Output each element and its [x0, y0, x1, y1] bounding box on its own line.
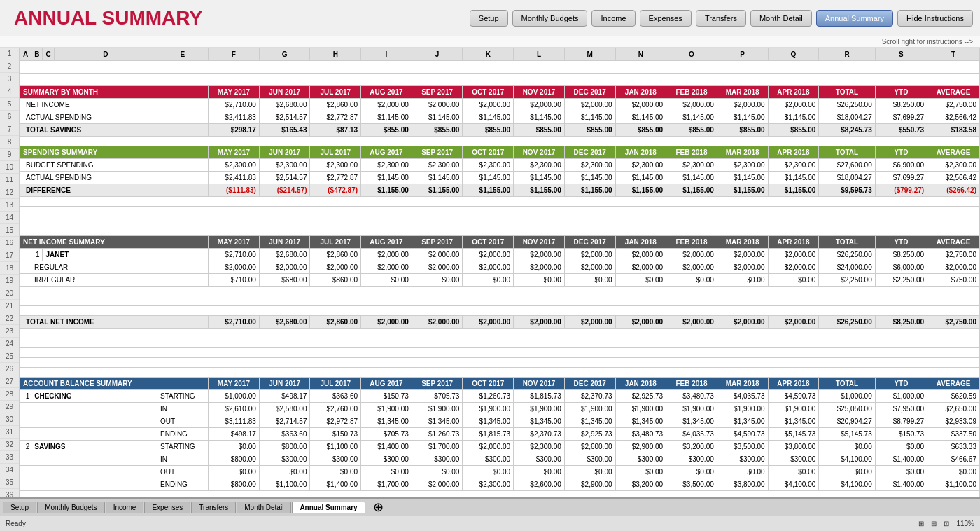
savings-in-row: IN $800.00 $300.00 $300.00 $300.00 $300.… — [20, 453, 980, 466]
savings-out-row: OUT $0.00 $0.00 $0.00 $0.00 $0.00 $0.00 … — [20, 466, 980, 478]
total-savings-row: TOTAL SAVINGS $298.17 $165.43 $87.13 $85… — [20, 124, 980, 137]
page-title: ANNUAL SUMMARY — [7, 7, 202, 29]
blank-row-26 — [20, 338, 980, 348]
net-income-row: NET INCOME $2,710.00 $2,680.00 $2,860.00… — [20, 99, 980, 111]
tab-monthly-budgets[interactable]: Monthly Budgets — [37, 502, 105, 513]
blank-row-15 — [20, 216, 980, 226]
blank-row-23 — [20, 306, 980, 316]
main-grid: A B C D E F G H I J K L M N O P Q — [20, 48, 980, 497]
row-numbers: 1 2 3 4 5 6 7 8 9 10 11 12 13 14 15 16 1… — [0, 48, 20, 497]
blank-row-28 — [20, 358, 980, 368]
data-table: A B C D E F G H I J K L M N O P Q — [20, 48, 980, 497]
blank-row-2 — [20, 61, 980, 74]
actual-spending-ss-row: ACTUAL SPENDING $2,411.83 $2,514.57 $2,7… — [20, 172, 980, 184]
actual-spending-row: ACTUAL SPENDING $2,411.83 $2,514.57 $2,7… — [20, 111, 980, 124]
tab-month-detail[interactable]: Month Detail — [237, 502, 291, 513]
status-text: Ready — [6, 520, 26, 527]
tab-bar: Setup Monthly Budgets Income Expenses Tr… — [0, 497, 980, 516]
col-header-row: A B C D E F G H I J K L M N O P Q — [20, 48, 980, 61]
grid-view-icon[interactable]: ⊞ — [918, 520, 924, 527]
spreadsheet: ANNUAL SUMMARY Setup Monthly Budgets Inc… — [0, 0, 980, 531]
setup-button[interactable]: Setup — [470, 10, 508, 27]
expenses-button[interactable]: Expenses — [640, 10, 692, 27]
difference-row: DIFFERENCE ($111.83) ($214.57) ($472.87)… — [20, 184, 980, 197]
blank-row-3 — [20, 74, 980, 86]
account-balance-header: ACCOUNT BALANCE SUMMARY MAY 2017 JUN 201… — [20, 378, 980, 390]
checking-ending-row: ENDING $498.17 $363.60 $150.73 $705.73 $… — [20, 428, 980, 441]
summary-by-month-header: SUMMARY BY MONTH MAY 2017 JUN 2017 JUL 2… — [20, 86, 980, 99]
blank-row-39 — [20, 491, 980, 498]
checking-starting-row: 1 CHECKING STARTING $1,000.00 $498.17 $3… — [20, 390, 980, 403]
blank-row-25 — [20, 329, 980, 338]
sheet-area: 1 2 3 4 5 6 7 8 9 10 11 12 13 14 15 16 1… — [0, 48, 980, 497]
tab-income[interactable]: Income — [106, 502, 144, 513]
add-sheet-button[interactable]: ⊕ — [373, 499, 384, 515]
blank-row-29 — [20, 368, 980, 378]
spending-summary-header: SPENDING SUMMARY MAY 2017 JUN 2017 JUL 2… — [20, 146, 980, 159]
tab-setup[interactable]: Setup — [3, 502, 36, 513]
page-layout-icon[interactable]: ⊟ — [931, 520, 937, 527]
checking-in-row: IN $2,610.00 $2,580.00 $2,760.00 $1,900.… — [20, 403, 980, 415]
hide-instructions-button[interactable]: Hide Instructions — [897, 10, 973, 27]
transfers-button[interactable]: Transfers — [696, 10, 746, 27]
savings-starting-row: 2 SAVINGS STARTING $0.00 $800.00 $1,100.… — [20, 441, 980, 453]
checking-out-row: OUT $3,111.83 $2,714.57 $2,972.87 $1,345… — [20, 415, 980, 428]
net-income-summary-header: NET INCOME SUMMARY MAY 2017 JUN 2017 JUL… — [20, 236, 980, 249]
zoom-level: 113% — [956, 520, 974, 527]
monthly-budgets-button[interactable]: Monthly Budgets — [512, 10, 588, 27]
blank-row-22 — [20, 296, 980, 306]
toolbar: ANNUAL SUMMARY Setup Monthly Budgets Inc… — [0, 0, 980, 36]
toolbar-buttons: Setup Monthly Budgets Income Expenses Tr… — [470, 10, 973, 27]
tab-expenses[interactable]: Expenses — [144, 502, 190, 513]
income-button[interactable]: Income — [592, 10, 635, 27]
irregular-row: IRREGULAR $710.00 $680.00 $860.00 $0.00 … — [20, 274, 980, 287]
status-bar: Ready ⊞ ⊟ ⊡ 113% — [0, 516, 980, 531]
blank-row-27 — [20, 348, 980, 358]
blank-row-13 — [20, 197, 980, 207]
page-break-icon[interactable]: ⊡ — [944, 520, 949, 527]
tab-transfers[interactable]: Transfers — [191, 502, 236, 513]
janet-row: 1 JANET $2,710.00 $2,680.00 $2,860.00 $2… — [20, 249, 980, 261]
budget-spending-row: BUDGET SPENDING $2,300.00 $2,300.00 $2,3… — [20, 159, 980, 172]
blank-row-14 — [20, 207, 980, 216]
blank-row-16 — [20, 226, 980, 236]
annual-summary-button[interactable]: Annual Summary — [816, 10, 893, 27]
scroll-hint: Scroll right for instructions --> — [0, 36, 980, 48]
blank-row-8 — [20, 137, 980, 146]
savings-ending-row: ENDING $800.00 $1,100.00 $1,400.00 $1,70… — [20, 478, 980, 491]
regular-row: REGULAR $2,000.00 $2,000.00 $2,000.00 $2… — [20, 261, 980, 274]
month-detail-button[interactable]: Month Detail — [750, 10, 812, 27]
tab-annual-summary[interactable]: Annual Summary — [292, 502, 365, 513]
total-net-income-row: TOTAL NET INCOME $2,710.00 $2,680.00 $2,… — [20, 316, 980, 329]
blank-row-21 — [20, 287, 980, 296]
